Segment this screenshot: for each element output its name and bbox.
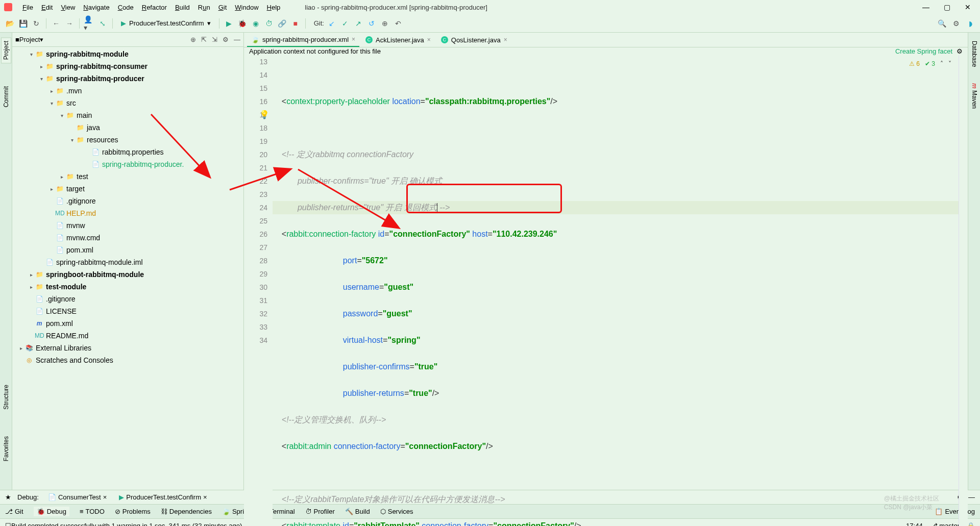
menu-edit[interactable]: Edit bbox=[37, 4, 57, 11]
tree-springboot[interactable]: springboot-rabbitmq-module bbox=[46, 270, 144, 279]
hide-icon[interactable]: — bbox=[234, 36, 240, 43]
menu-navigate[interactable]: Navigate bbox=[79, 4, 113, 11]
menu-code[interactable]: Code bbox=[114, 4, 138, 11]
git-push-icon[interactable]: ↗ bbox=[353, 18, 364, 29]
git-revert-icon[interactable]: ↶ bbox=[393, 18, 404, 29]
tree-help[interactable]: HELP.md bbox=[66, 209, 96, 217]
menu-build[interactable]: Build bbox=[171, 4, 194, 11]
tree-root[interactable]: spring-rabbitmq-module bbox=[46, 50, 129, 58]
tree-gitignore2[interactable]: .gitignore bbox=[46, 295, 76, 303]
collapse-icon[interactable]: ⇲ bbox=[212, 36, 217, 43]
lock-icon[interactable]: 🔒 bbox=[967, 522, 975, 526]
tab-acklistener[interactable]: CAckListener.java× bbox=[361, 33, 435, 47]
gear-icon[interactable]: ⚙ bbox=[957, 47, 963, 55]
user-icon[interactable]: 👤▾ bbox=[84, 18, 95, 29]
tab-dependencies[interactable]: ⛓ Dependencies bbox=[161, 508, 212, 515]
minimap[interactable] bbox=[959, 55, 968, 526]
tree-main[interactable]: main bbox=[77, 111, 92, 119]
tree-target[interactable]: target bbox=[66, 185, 85, 193]
run-config-selector[interactable]: ▶ProducerTest.testConfirm ▾ bbox=[117, 19, 215, 27]
reload-icon[interactable]: ↻ bbox=[31, 18, 42, 29]
tab-todo[interactable]: ≡ TODO bbox=[80, 508, 105, 515]
tree-gitignore[interactable]: .gitignore bbox=[66, 197, 96, 205]
tree-mvnw[interactable]: mvnw bbox=[66, 221, 85, 230]
stop-icon[interactable]: ■ bbox=[290, 18, 301, 29]
wand-icon[interactable]: ⤡ bbox=[97, 18, 108, 29]
problems-indicator[interactable]: ⚠ 6 ✔ 3 ˄ ˅ bbox=[909, 57, 951, 70]
debug-icon[interactable]: 🐞 bbox=[237, 18, 248, 29]
project-tree[interactable]: ▾📁spring-rabbitmq-module ▸📁spring-rabbit… bbox=[12, 47, 243, 490]
expand-icon[interactable]: ⇱ bbox=[201, 36, 207, 43]
tree-test[interactable]: test bbox=[77, 172, 88, 181]
close-icon[interactable]: × bbox=[504, 36, 507, 43]
back-icon[interactable]: ← bbox=[51, 18, 62, 29]
git-commit-icon[interactable]: ✓ bbox=[339, 18, 351, 29]
settings-icon[interactable]: ⚙ bbox=[950, 18, 962, 29]
tree-license[interactable]: LICENSE bbox=[46, 307, 77, 315]
tree-resources[interactable]: resources bbox=[87, 136, 118, 144]
close-button[interactable]: ✕ bbox=[965, 3, 971, 11]
menu-view[interactable]: View bbox=[57, 4, 79, 11]
side-tab-favorites[interactable]: Favorites bbox=[2, 433, 11, 464]
menu-git[interactable]: Git bbox=[214, 4, 231, 11]
run-icon[interactable]: ▶ bbox=[224, 18, 235, 29]
menu-file[interactable]: File bbox=[18, 4, 37, 11]
menu-window[interactable]: Window bbox=[231, 4, 262, 11]
tree-scratches[interactable]: Scratches and Consoles bbox=[36, 356, 113, 364]
code-editor[interactable]: 1314151617181920212223242526272829303132… bbox=[244, 55, 968, 526]
tab-git[interactable]: ⎇ Git bbox=[5, 508, 23, 515]
banner-link[interactable]: Create Spring facet bbox=[895, 47, 952, 55]
side-tab-commit[interactable]: Commit bbox=[2, 83, 11, 110]
attach-icon[interactable]: 🔗 bbox=[277, 18, 288, 29]
tree-rabbitmq-props[interactable]: rabbitmq.properties bbox=[102, 148, 164, 156]
tree-m-pom[interactable]: pom.xml bbox=[46, 319, 73, 328]
tree-iml[interactable]: spring-rabbitmq-module.iml bbox=[56, 258, 143, 266]
close-icon[interactable]: × bbox=[352, 36, 355, 43]
save-icon[interactable]: 💾 bbox=[17, 18, 29, 29]
side-tab-database[interactable]: Database bbox=[970, 38, 979, 70]
git-clock-icon[interactable]: ⊕ bbox=[379, 18, 390, 29]
tab-producer-xml[interactable]: 🍃spring-rabbitmq-producer.xml× bbox=[247, 33, 359, 47]
tree-java[interactable]: java bbox=[87, 123, 100, 132]
maximize-button[interactable]: ▢ bbox=[944, 3, 950, 11]
search-icon[interactable]: 🔍 bbox=[936, 18, 947, 29]
tree-pom[interactable]: pom.xml bbox=[66, 246, 93, 254]
debug-config-consumer[interactable]: 📄 ConsumerTest × bbox=[45, 493, 110, 501]
locate-icon[interactable]: ⊕ bbox=[190, 36, 196, 43]
forward-icon[interactable]: → bbox=[64, 18, 75, 29]
side-tab-project[interactable]: Project bbox=[2, 38, 11, 63]
gear-icon[interactable]: ⚙ bbox=[223, 36, 229, 43]
git-history-icon[interactable]: ↺ bbox=[366, 18, 377, 29]
profile-icon[interactable]: ⏱ bbox=[263, 18, 275, 29]
menu-help[interactable]: Help bbox=[263, 4, 285, 11]
menu-refactor[interactable]: Refactor bbox=[138, 4, 171, 11]
sync-icon[interactable]: ◗ bbox=[965, 18, 976, 29]
tab-debug[interactable]: 🐞 Debug bbox=[34, 507, 69, 516]
minimize-button[interactable]: — bbox=[922, 3, 929, 11]
side-tab-structure[interactable]: Structure bbox=[2, 382, 11, 413]
bulb-icon[interactable]: 💡 bbox=[259, 108, 270, 121]
editor-tabs: 🍃spring-rabbitmq-producer.xml× CAckListe… bbox=[244, 33, 968, 47]
up-icon[interactable]: ˄ bbox=[940, 57, 943, 70]
git-update-icon[interactable]: ↙ bbox=[326, 18, 337, 29]
close-icon[interactable]: × bbox=[427, 36, 431, 43]
tree-mvn[interactable]: .mvn bbox=[66, 87, 82, 95]
tree-mvnwcmd[interactable]: mvnw.cmd bbox=[66, 234, 100, 242]
tab-problems[interactable]: ⊘ Problems bbox=[115, 508, 151, 515]
tree-producer[interactable]: spring-rabbitmq-producer bbox=[56, 74, 144, 83]
open-icon[interactable]: 📂 bbox=[4, 18, 15, 29]
hide-icon[interactable]: — bbox=[968, 493, 975, 501]
debug-config-producer[interactable]: ▶ ProducerTest.testConfirm × bbox=[116, 493, 210, 501]
tree-producer-xml[interactable]: spring-rabbitmq-producer. bbox=[102, 160, 184, 168]
side-tab-maven[interactable]: m Maven bbox=[970, 80, 979, 112]
down-icon[interactable]: ˅ bbox=[948, 57, 951, 70]
menu-run[interactable]: Run bbox=[194, 4, 214, 11]
tab-qoslistener[interactable]: CQosListener.java× bbox=[437, 33, 511, 47]
tree-external[interactable]: External Libraries bbox=[36, 344, 91, 352]
code-content[interactable]: 💡 ⚠ 6 ✔ 3 ˄ ˅ <context:property-placehol… bbox=[273, 55, 959, 526]
coverage-icon[interactable]: ◉ bbox=[250, 18, 261, 29]
tree-readme[interactable]: README.md bbox=[46, 332, 88, 340]
tree-testmodule[interactable]: test-module bbox=[46, 283, 86, 291]
tree-consumer[interactable]: spring-rabbitmq-consumer bbox=[56, 62, 148, 70]
tree-src[interactable]: src bbox=[66, 99, 76, 107]
